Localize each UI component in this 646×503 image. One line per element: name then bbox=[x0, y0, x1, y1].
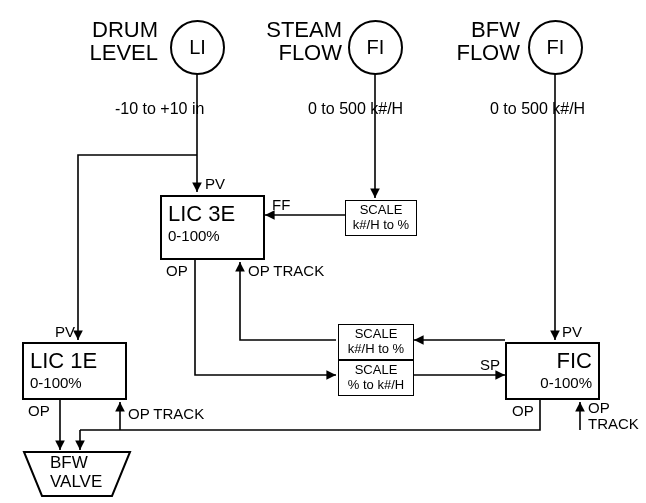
lic1e-range: 0-100% bbox=[30, 374, 119, 391]
fic-range: 0-100% bbox=[513, 374, 592, 391]
fic-pv-label: PV bbox=[562, 323, 582, 340]
lic1e-op-label: OP bbox=[28, 402, 50, 419]
bfw-flow-indicator: FI bbox=[528, 20, 583, 75]
scale-fic-to-pct-block: SCALE k#/H to % bbox=[338, 324, 414, 360]
drum-level-header: DRUM LEVEL bbox=[68, 18, 158, 64]
lic1e-pv-label: PV bbox=[55, 323, 75, 340]
bfw-flow-tag: FI bbox=[547, 36, 565, 59]
lic3e-ff-label: FF bbox=[272, 196, 290, 213]
lic1e-block: LIC 1E 0-100% bbox=[22, 342, 127, 400]
scale-steam-l1: SCALE bbox=[350, 203, 412, 218]
fic-name: FIC bbox=[513, 348, 592, 374]
bfw-flow-header: BFW FLOW bbox=[450, 18, 520, 64]
scale-s2-l2: k#/H to % bbox=[343, 342, 409, 357]
fic-sp-label: SP bbox=[480, 356, 500, 373]
bfw-flow-header-2: FLOW bbox=[456, 40, 520, 65]
steam-flow-indicator: FI bbox=[348, 20, 403, 75]
steam-flow-range: 0 to 500 k#/H bbox=[308, 100, 403, 118]
drum-level-indicator: LI bbox=[170, 20, 225, 75]
bfw-flow-header-1: BFW bbox=[471, 17, 520, 42]
steam-flow-header-1: STEAM bbox=[266, 17, 342, 42]
valve-l1: BFW bbox=[50, 453, 88, 472]
lic3e-range: 0-100% bbox=[168, 227, 257, 244]
lic1e-optrack-label: OP TRACK bbox=[128, 405, 204, 422]
fic-optrack-label: OP TRACK bbox=[588, 400, 639, 432]
fic-op-label: OP bbox=[512, 402, 534, 419]
lic3e-optrack-label: OP TRACK bbox=[248, 262, 324, 279]
bfw-flow-range: 0 to 500 k#/H bbox=[490, 100, 585, 118]
lic3e-name: LIC 3E bbox=[168, 201, 257, 227]
bfw-valve: BFW VALVE bbox=[22, 450, 132, 502]
drum-level-range: -10 to +10 in bbox=[115, 100, 204, 118]
scale-s3-l1: SCALE bbox=[343, 363, 409, 378]
scale-s2-l1: SCALE bbox=[343, 327, 409, 342]
drum-level-tag: LI bbox=[189, 36, 206, 59]
valve-l2: VALVE bbox=[50, 472, 102, 491]
control-diagram: DRUM LEVEL LI -10 to +10 in STEAM FLOW F… bbox=[0, 0, 646, 503]
fic-optrack-1: OP bbox=[588, 399, 610, 416]
scale-s3-l2: % to k#/H bbox=[343, 378, 409, 393]
steam-flow-header-2: FLOW bbox=[278, 40, 342, 65]
scale-pct-to-flow-block: SCALE % to k#/H bbox=[338, 360, 414, 396]
fic-optrack-2: TRACK bbox=[588, 415, 639, 432]
steam-flow-tag: FI bbox=[367, 36, 385, 59]
scale-steam-l2: k#/H to % bbox=[350, 218, 412, 233]
lic3e-pv-label: PV bbox=[205, 175, 225, 192]
fic-block: FIC 0-100% bbox=[505, 342, 600, 400]
drum-level-header-2: LEVEL bbox=[90, 40, 159, 65]
steam-flow-header: STEAM FLOW bbox=[252, 18, 342, 64]
lic1e-name: LIC 1E bbox=[30, 348, 119, 374]
lic3e-op-label: OP bbox=[166, 262, 188, 279]
drum-level-header-1: DRUM bbox=[92, 17, 158, 42]
lic3e-block: LIC 3E 0-100% bbox=[160, 195, 265, 260]
scale-steam-block: SCALE k#/H to % bbox=[345, 200, 417, 236]
